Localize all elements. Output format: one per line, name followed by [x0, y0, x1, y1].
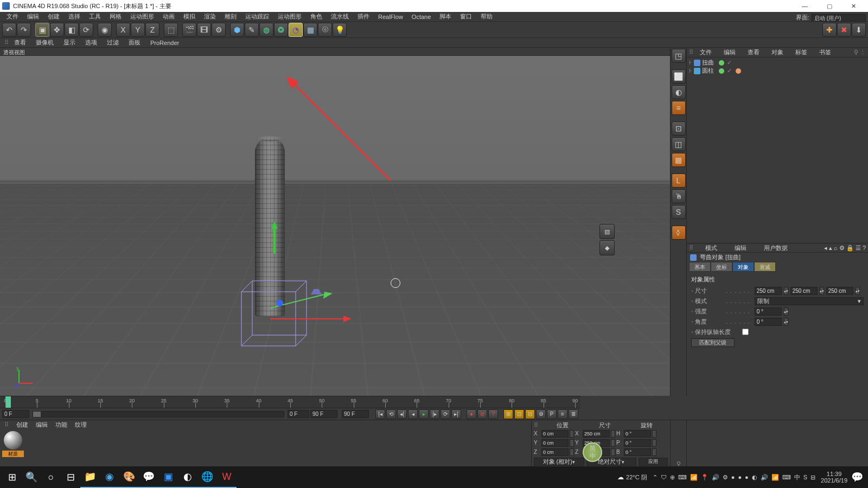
coord-pos-Y[interactable] [541, 439, 569, 447]
vp-menu-filter[interactable]: 过滤 [103, 38, 123, 47]
am-size-x[interactable] [755, 287, 782, 295]
vp-menu-prorender[interactable]: ProRender [146, 39, 183, 47]
menu-snap[interactable]: 运动图形 [126, 12, 158, 21]
menu-help[interactable]: 帮助 [476, 12, 497, 21]
points-mode-button[interactable]: ⊡ [672, 121, 686, 136]
spline-pen-button[interactable]: ✎ [245, 23, 259, 37]
prev-key-button[interactable]: ◂| [397, 409, 407, 419]
tray-icon-13[interactable]: 📶 [771, 474, 779, 481]
ime-indicator-icon[interactable]: 简中 [583, 442, 602, 462]
goto-end-button[interactable]: ▸| [451, 409, 461, 419]
x-axis-arrow-icon[interactable] [270, 313, 352, 324]
am-mode-combo[interactable]: 限制▾ [755, 297, 864, 305]
attr-side-icon-2[interactable]: ◆ [599, 240, 615, 255]
coord-space-combo[interactable]: 对象 (相对) ▾ [534, 458, 584, 466]
timeline-start-frame[interactable] [288, 410, 309, 418]
app2-taskbar-icon[interactable]: ▣ [158, 466, 178, 488]
menu-edit[interactable]: 编辑 [23, 12, 43, 21]
app-taskbar-icon[interactable]: 🎨 [119, 466, 139, 488]
visibility-toggle[interactable] [719, 60, 724, 66]
keysel-2[interactable]: ⊡ [514, 409, 524, 419]
menu-plugins[interactable]: 插件 [353, 12, 374, 21]
menu-character[interactable]: 角色 [306, 12, 327, 21]
tray-icon-2[interactable]: ⊕ [670, 474, 675, 481]
vp-menu-display[interactable]: 显示 [59, 38, 80, 47]
deformer-bend-button[interactable]: ◔ [289, 23, 303, 37]
vp-menu-cameras[interactable]: 摄像机 [31, 38, 58, 47]
snap-button[interactable]: S [672, 205, 686, 219]
loop-fwd-button[interactable]: ⟳ [441, 409, 450, 419]
perspective-viewport[interactable]: y 网格间距 : 1000 cm [0, 56, 670, 408]
tray-icon-4[interactable]: 📶 [690, 474, 698, 481]
render-view-button[interactable]: 🎬 [182, 23, 196, 37]
menu-mesh[interactable]: 网格 [105, 12, 126, 21]
menu-script[interactable]: 脚本 [435, 12, 456, 21]
mat-menu-texture[interactable]: 纹理 [75, 421, 87, 429]
menu-sculpt[interactable]: 雕刻 [220, 12, 241, 21]
menu-pipeline[interactable]: 流水线 [327, 12, 353, 21]
render-pict-button[interactable]: 🎞 [197, 23, 211, 37]
camera-button[interactable]: ⦾ [318, 23, 332, 37]
om-item-cylinder[interactable]: ⊦ 圆柱 ✓ [689, 67, 866, 75]
coord-apply-button[interactable]: 应用 [639, 458, 668, 466]
material-name[interactable]: 材质 [2, 451, 24, 457]
am-nav-help[interactable]: ? [863, 245, 866, 251]
texture-mode-button[interactable]: ◐ [672, 85, 686, 99]
close-button[interactable]: ✕ [841, 0, 866, 12]
maximize-button[interactable]: ▢ [817, 0, 841, 12]
axis-y-lock[interactable]: Y [131, 23, 145, 37]
timeline-range-slider[interactable] [33, 411, 284, 418]
menu-octane[interactable]: Octane [407, 13, 435, 21]
last-tool-button[interactable]: ◉ [98, 23, 112, 37]
coord-size-X[interactable] [583, 430, 610, 438]
am-menu-edit[interactable]: 编辑 [729, 243, 752, 253]
menu-mograph[interactable]: 运动图形 [273, 12, 306, 21]
spinner[interactable]: ▴▾ [784, 318, 788, 326]
menu-create[interactable]: 创建 [43, 12, 64, 21]
tray-icon-10[interactable]: ● [745, 474, 749, 480]
om-menu-file[interactable]: 文件 [694, 48, 717, 57]
am-tab-falloff[interactable]: 衰减 [754, 262, 776, 272]
undo-button[interactable]: ↶ [2, 23, 16, 37]
keysel-p[interactable]: P [547, 409, 557, 419]
rotate-tool[interactable]: ⟳ [79, 23, 93, 37]
primitive-cube-button[interactable]: ⬢ [230, 23, 244, 37]
coord-system-button[interactable]: ⬚ [164, 23, 178, 37]
timeline-end-frame[interactable] [310, 410, 337, 418]
tray-icon-7[interactable]: ⚙ [723, 474, 728, 481]
spinner[interactable]: ▴▾ [820, 287, 824, 295]
keysel-3[interactable]: ⊟ [525, 409, 535, 419]
am-tab-coord[interactable]: 坐标 [711, 262, 732, 272]
explorer-taskbar-icon[interactable]: 📁 [80, 466, 100, 488]
goto-start-button[interactable]: |◂ [375, 409, 385, 419]
am-size-y[interactable] [790, 287, 818, 295]
am-nav-up[interactable]: ▴ [829, 245, 832, 252]
vp-menu-options[interactable]: 选项 [81, 38, 101, 47]
menu-file[interactable]: 文件 [2, 12, 23, 21]
menu-window[interactable]: 窗口 [456, 12, 476, 21]
material-item[interactable]: 材质 [2, 431, 24, 467]
am-keeplen-checkbox[interactable] [742, 329, 749, 335]
tray-icon-1[interactable]: 🛡 [661, 474, 667, 480]
timeline-current-frame[interactable] [2, 410, 29, 418]
wechat-taskbar-icon[interactable]: 💬 [139, 466, 158, 488]
autokey-button[interactable]: ⊘ [477, 409, 487, 419]
menu-animate[interactable]: 动画 [158, 12, 179, 21]
menu-simulate[interactable]: 模拟 [179, 12, 200, 21]
magnet-button[interactable]: ⧲ [672, 226, 686, 240]
weather-widget[interactable]: ☁ 22°C 阴 [617, 473, 647, 481]
menu-motiontrack[interactable]: 运动跟踪 [241, 12, 273, 21]
am-strength-input[interactable] [755, 307, 782, 316]
am-size-z[interactable] [826, 287, 853, 295]
center-handle-icon[interactable] [277, 300, 283, 306]
taskview-button[interactable]: ⊟ [61, 466, 80, 488]
layout-reset-button[interactable]: ✖ [837, 23, 851, 37]
am-menu-mode[interactable]: 模式 [700, 243, 723, 253]
redo-button[interactable]: ↷ [17, 23, 31, 37]
axis-z-lock[interactable]: Z [145, 23, 159, 37]
tray-icon-3[interactable]: ⌨ [678, 474, 687, 481]
notifications-button[interactable]: 💬 [853, 466, 861, 488]
axis-button[interactable]: L [672, 174, 686, 188]
vp-menu-panel[interactable]: 面板 [124, 38, 145, 47]
keysel-5[interactable]: ≡ [558, 409, 567, 419]
